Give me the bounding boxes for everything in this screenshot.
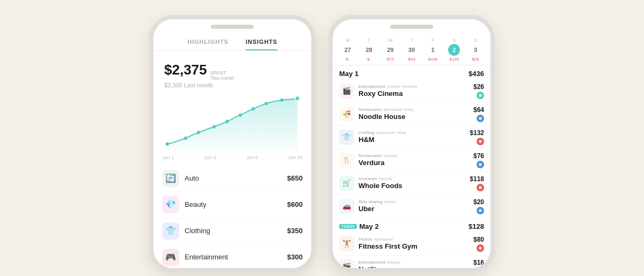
- tx-dot-fitness: [477, 244, 484, 252]
- tx-whole-foods-1[interactable]: 🛒 Groceries #social Whole Foods $118: [333, 172, 491, 195]
- tx-cat-wf1: Groceries: [358, 176, 377, 181]
- category-amount-clothing: $350: [287, 227, 303, 235]
- cal-day-wed[interactable]: W 29 $75: [384, 38, 396, 62]
- tx-tag-hm-1: #personal: [376, 130, 394, 135]
- cal-num-sun: 3: [470, 44, 481, 56]
- category-item-entertainment[interactable]: 🎮 Entertainment $300: [162, 244, 303, 268]
- tx-dot-netflix: [477, 267, 484, 268]
- tx-name-verdura: Verdura: [358, 159, 473, 167]
- cal-num-thu: 30: [406, 44, 418, 56]
- cal-num-sat: 2: [448, 44, 460, 56]
- tx-icon-restaurant-verdura: 🍴: [339, 153, 354, 168]
- spending-chart: [153, 91, 311, 155]
- cal-num-mon: 27: [342, 44, 354, 56]
- tx-hm[interactable]: 👕 Clothing #personal #bbq H&M $132: [333, 126, 491, 149]
- tx-tags-uber: Ride sharing #work: [358, 199, 473, 204]
- tx-icon-clothing-hm: 👕: [339, 130, 354, 145]
- tx-verdura[interactable]: 🍴 Restaurants #social Verdura $76: [333, 149, 491, 172]
- category-item-beauty[interactable]: 💎 Beauty $600: [162, 192, 303, 218]
- tx-name-fitness: Fitness First Gym: [358, 242, 473, 250]
- tx-cat-hm: Clothing: [358, 130, 374, 135]
- category-name-beauty: Beauty: [185, 200, 287, 208]
- last-month: $3,300 Last month: [164, 82, 301, 88]
- tx-name-hm: H&M: [358, 136, 470, 144]
- category-name-auto: Auto: [185, 174, 287, 182]
- cal-day-sun[interactable]: S 3 $26: [470, 38, 481, 62]
- tx-right-uber: $20: [473, 198, 484, 214]
- tx-tags-wf1: Groceries #social: [358, 176, 470, 181]
- tx-tag-verdura-1: #social: [383, 153, 397, 158]
- svg-point-5: [239, 113, 242, 116]
- tx-tags-noodle: Restaurants #personal #bbq: [358, 107, 473, 112]
- category-item-auto[interactable]: 🔄 Auto $650: [162, 166, 303, 192]
- tx-tags-roxy: Entertainment #social #friends: [358, 84, 473, 89]
- tx-icon-groceries-wf1: 🛒: [339, 176, 354, 191]
- tx-amount-noodle: $64: [473, 106, 484, 114]
- tx-noodle-house[interactable]: 🍜 Restaurants #personal #bbq Noodle Hous…: [333, 103, 491, 126]
- tx-details-hm: Clothing #personal #bbq H&M: [358, 130, 470, 144]
- cal-day-tue[interactable]: T 28 $-: [363, 38, 375, 62]
- tx-right-fitness: $80: [473, 236, 484, 252]
- category-list: 🔄 Auto $650 💎 Beauty $600 👕 Clothing $35…: [153, 166, 311, 268]
- tx-amount-verdura: $76: [473, 152, 484, 160]
- tx-name-netflix: Netflix: [358, 265, 473, 268]
- cal-amount-mon: $-: [346, 57, 349, 62]
- spending-amount-row: $2,375 SPENT This month: [164, 62, 301, 81]
- phone-left: HIGHLIGHTS INSIGHTS $2,375 SPENT This mo…: [149, 15, 316, 272]
- cal-day-sat[interactable]: S 2 $126: [448, 38, 460, 62]
- phones-container: HIGHLIGHTS INSIGHTS $2,375 SPENT This mo…: [149, 4, 495, 272]
- cal-num-wed: 29: [384, 44, 396, 56]
- tx-roxy-cinema[interactable]: 🎬 Entertainment #social #friends Roxy Ci…: [333, 80, 491, 103]
- tx-amount-wf1: $118: [470, 175, 484, 183]
- chart-label-3: Jun 20: [288, 155, 303, 160]
- tx-section-may1-total: $436: [469, 70, 484, 78]
- phone-right: M 27 $- T 28 $- W 29 $75 T 30 $44: [328, 15, 495, 272]
- tx-right-netflix: $16: [473, 259, 484, 268]
- cal-label-tue: T: [368, 38, 371, 43]
- category-name-clothing: Clothing: [185, 227, 287, 235]
- beauty-icon: 💎: [162, 196, 179, 213]
- tx-name-wf1: Whole Foods: [358, 182, 470, 190]
- tx-amount-hm: $132: [470, 129, 484, 137]
- cal-day-thu[interactable]: T 30 $44: [406, 38, 418, 62]
- chart-label-0: Jun 1: [162, 155, 174, 160]
- category-item-clothing[interactable]: 👕 Clothing $350: [162, 218, 303, 244]
- tx-name-noodle: Noodle House: [358, 113, 473, 121]
- tx-section-may2-date: TODAY May 2: [339, 222, 379, 230]
- cal-amount-wed: $75: [387, 57, 394, 62]
- tx-dot-noodle: [477, 115, 484, 122]
- tab-insights[interactable]: INSIGHTS: [246, 39, 277, 50]
- tx-details-verdura: Restaurants #social Verdura: [358, 153, 473, 167]
- cal-day-fri[interactable]: F 1 $436: [427, 38, 439, 62]
- tx-cat-roxy: Entertainment: [358, 84, 385, 89]
- tx-amount-netflix: $16: [473, 259, 484, 266]
- cal-label-fri: F: [431, 38, 435, 43]
- cal-amount-sat: $126: [449, 57, 459, 62]
- cal-amount-fri: $436: [428, 57, 438, 62]
- tx-dot-verdura: [477, 161, 484, 168]
- tx-right-noodle: $64: [473, 106, 484, 122]
- tx-icon-uber: 🚗: [339, 199, 354, 214]
- tx-tags-netflix: Entertainment #family: [358, 260, 473, 265]
- cal-label-sat: S: [452, 38, 456, 43]
- cal-label-wed: W: [388, 38, 393, 43]
- tx-details-roxy: Entertainment #social #friends Roxy Cine…: [358, 84, 473, 98]
- tx-name-roxy: Roxy Cinema: [358, 89, 473, 98]
- tx-uber[interactable]: 🚗 Ride sharing #work Uber $20: [333, 195, 491, 218]
- entertainment-icon: 🎮: [162, 249, 179, 266]
- cal-day-mon[interactable]: M 27 $-: [342, 38, 354, 62]
- cal-num-fri: 1: [427, 44, 439, 56]
- cal-amount-tue: $-: [367, 57, 371, 62]
- svg-point-6: [252, 107, 255, 110]
- tx-netflix[interactable]: 🎬 Entertainment #family Netflix $16: [333, 256, 491, 268]
- tab-highlights[interactable]: HIGHLIGHTS: [187, 39, 229, 50]
- cal-label-mon: M: [346, 38, 350, 43]
- tx-tag-roxy-1: #social: [387, 84, 400, 89]
- tx-tag-netflix-1: #family: [387, 260, 400, 265]
- tx-right-hm: $132: [470, 129, 484, 145]
- cal-amount-thu: $44: [408, 57, 415, 62]
- tx-icon-entertainment: 🎬: [339, 84, 354, 99]
- tx-fitness-gym[interactable]: 🏋️ Fitness #personal Fitness First Gym $…: [333, 233, 491, 256]
- tx-tag-noodle-1: #personal: [383, 107, 402, 112]
- tx-section-may2-total: $128: [469, 222, 484, 230]
